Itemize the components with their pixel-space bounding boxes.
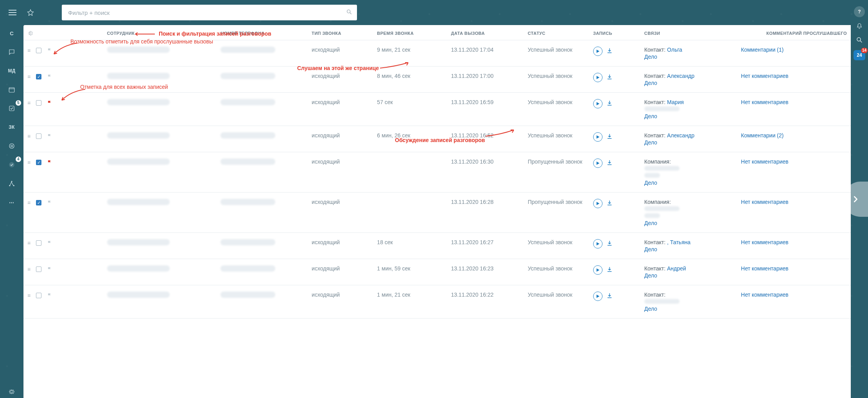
bell-icon[interactable] bbox=[856, 23, 863, 31]
th-employee[interactable]: СОТРУДНИК bbox=[103, 25, 217, 40]
play-button[interactable] bbox=[593, 239, 603, 249]
th-comment[interactable]: КОММЕНТАРИЙ ПРОСЛУШАВШЕГО bbox=[737, 25, 851, 40]
drag-handle-icon[interactable]: ≡ bbox=[27, 47, 30, 54]
comment-link[interactable]: Нет комментариев bbox=[741, 158, 788, 165]
flag-icon[interactable] bbox=[47, 133, 53, 139]
th-relations[interactable]: СВЯЗИ bbox=[640, 25, 737, 40]
comment-link[interactable]: Нет комментариев bbox=[741, 292, 788, 298]
sidebar-item-zk[interactable]: ЗК bbox=[5, 121, 19, 133]
sidebar-item-chat[interactable] bbox=[5, 46, 19, 58]
relation-deal-link[interactable]: Дело bbox=[644, 139, 657, 146]
relation-deal-link[interactable]: Дело bbox=[644, 306, 657, 312]
sidebar-item-more[interactable]: ⋯ bbox=[5, 196, 19, 208]
brand-badge[interactable]: 24 14 bbox=[854, 50, 865, 60]
th-phone[interactable]: НОМЕР ТЕЛЕФОНА bbox=[217, 25, 308, 40]
search-rail-icon[interactable] bbox=[856, 36, 863, 45]
comment-link[interactable]: Нет комментариев bbox=[741, 73, 788, 79]
comment-link[interactable]: Нет комментариев bbox=[741, 239, 788, 245]
row-checkbox[interactable] bbox=[36, 240, 41, 246]
download-button[interactable] bbox=[606, 160, 613, 167]
play-button[interactable] bbox=[593, 132, 603, 142]
search-icon[interactable] bbox=[346, 9, 352, 16]
row-checkbox[interactable] bbox=[36, 293, 41, 298]
sidebar-item-check[interactable]: 5 bbox=[5, 103, 19, 114]
comment-link[interactable]: Комментарии (2) bbox=[741, 132, 784, 139]
row-checkbox[interactable] bbox=[36, 267, 41, 272]
sidebar-item-settings[interactable] bbox=[5, 386, 19, 398]
download-button[interactable] bbox=[606, 293, 613, 300]
table-settings-button[interactable] bbox=[23, 25, 103, 40]
drag-handle-icon[interactable]: ≡ bbox=[27, 100, 30, 106]
relation-deal-link[interactable]: Дело bbox=[644, 272, 657, 279]
drag-handle-icon[interactable]: ≡ bbox=[27, 74, 30, 80]
search-input[interactable] bbox=[67, 9, 341, 16]
download-button[interactable] bbox=[606, 200, 613, 207]
download-button[interactable] bbox=[606, 100, 613, 108]
relation-deal-link[interactable]: Дело bbox=[644, 80, 657, 86]
relation-kind-label: Контакт: bbox=[644, 239, 667, 245]
flag-icon[interactable] bbox=[47, 74, 53, 80]
play-button[interactable] bbox=[593, 158, 603, 168]
flag-icon[interactable] bbox=[47, 47, 53, 54]
play-button[interactable] bbox=[593, 265, 603, 275]
download-button[interactable] bbox=[606, 74, 613, 81]
row-checkbox[interactable] bbox=[36, 200, 41, 205]
relation-contact-link[interactable]: , Татьяна bbox=[667, 239, 690, 245]
sidebar-item-md[interactable]: МД bbox=[5, 65, 19, 77]
flag-icon[interactable] bbox=[47, 292, 53, 299]
help-icon[interactable]: ? bbox=[854, 6, 865, 17]
flag-icon[interactable] bbox=[47, 100, 53, 106]
comment-link[interactable]: Нет комментариев bbox=[741, 99, 788, 105]
row-checkbox[interactable] bbox=[36, 74, 41, 79]
flag-icon[interactable] bbox=[47, 240, 53, 246]
drag-handle-icon[interactable]: ≡ bbox=[27, 266, 30, 272]
sidebar-item-accept[interactable]: 4 bbox=[5, 159, 19, 171]
sidebar-item-c[interactable]: С bbox=[5, 27, 19, 39]
relation-contact-link[interactable]: Александр bbox=[667, 132, 694, 139]
th-duration[interactable]: ВРЕМЯ ЗВОНКА bbox=[373, 25, 447, 40]
flag-icon[interactable] bbox=[47, 266, 53, 272]
sidebar-item-calendar[interactable] bbox=[5, 84, 19, 95]
svg-point-3 bbox=[9, 144, 14, 148]
play-button[interactable] bbox=[593, 99, 603, 108]
download-button[interactable] bbox=[606, 133, 613, 141]
flag-icon[interactable] bbox=[47, 159, 53, 166]
play-button[interactable] bbox=[593, 73, 603, 82]
row-checkbox[interactable] bbox=[36, 100, 41, 106]
flag-icon[interactable] bbox=[47, 200, 53, 206]
drag-handle-icon[interactable]: ≡ bbox=[27, 240, 30, 246]
relation-contact-link[interactable]: Мария bbox=[667, 99, 684, 105]
row-checkbox[interactable] bbox=[36, 160, 41, 165]
drag-handle-icon[interactable]: ≡ bbox=[27, 133, 30, 139]
comment-link[interactable]: Комментарии (1) bbox=[741, 47, 784, 53]
drag-handle-icon[interactable]: ≡ bbox=[27, 159, 30, 166]
relation-contact-link[interactable]: Ольга bbox=[667, 47, 682, 53]
relation-contact-link[interactable]: Андрей bbox=[667, 265, 686, 272]
relation-deal-link[interactable]: Дело bbox=[644, 113, 657, 119]
relation-contact-link[interactable]: Александр bbox=[667, 73, 694, 79]
drag-handle-icon[interactable]: ≡ bbox=[27, 200, 30, 206]
drag-handle-icon[interactable]: ≡ bbox=[27, 292, 30, 299]
relation-deal-link[interactable]: Дело bbox=[644, 220, 657, 226]
download-button[interactable] bbox=[606, 240, 613, 248]
relation-deal-link[interactable]: Дело bbox=[644, 180, 657, 186]
sidebar-item-network[interactable] bbox=[5, 178, 19, 189]
row-checkbox[interactable] bbox=[36, 133, 41, 139]
comment-link[interactable]: Нет комментариев bbox=[741, 265, 788, 272]
play-button[interactable] bbox=[593, 47, 603, 56]
th-type[interactable]: ТИП ЗВОНКА bbox=[308, 25, 373, 40]
download-button[interactable] bbox=[606, 48, 613, 55]
row-checkbox[interactable] bbox=[36, 48, 41, 53]
th-date[interactable]: ДАТА ВЫЗОВА bbox=[447, 25, 524, 40]
favorite-star-icon[interactable] bbox=[25, 7, 36, 18]
play-button[interactable] bbox=[593, 199, 603, 208]
relation-deal-link[interactable]: Дело bbox=[644, 246, 657, 252]
relation-deal-link[interactable]: Дело bbox=[644, 54, 657, 60]
comment-link[interactable]: Нет комментариев bbox=[741, 199, 788, 205]
download-button[interactable] bbox=[606, 267, 613, 274]
hamburger-icon[interactable] bbox=[7, 7, 18, 18]
sidebar-item-target[interactable] bbox=[5, 140, 19, 152]
th-status[interactable]: СТАТУС bbox=[524, 25, 589, 40]
play-button[interactable] bbox=[593, 292, 603, 301]
th-record[interactable]: ЗАПИСЬ bbox=[589, 25, 640, 40]
